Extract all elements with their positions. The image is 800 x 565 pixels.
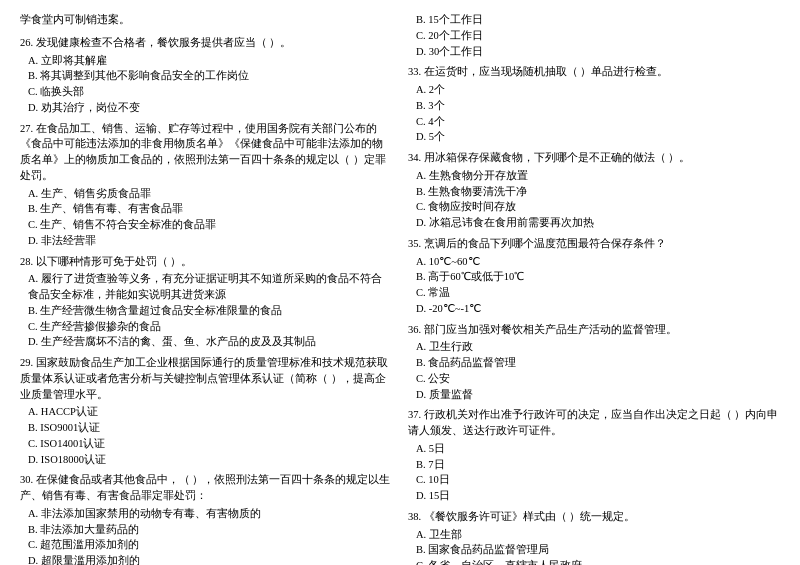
option: B. 3个 bbox=[408, 98, 780, 114]
option: A. 生产、销售劣质食品罪 bbox=[20, 186, 392, 202]
question-block: 38. 《餐饮服务许可证》样式由（ ）统一规定。A. 卫生部B. 国家食品药品监… bbox=[408, 509, 780, 565]
option: A. 10℃~60℃ bbox=[408, 254, 780, 270]
question-block: 27. 在食品加工、销售、运输、贮存等过程中，使用国务院有关部门公布的《食品中可… bbox=[20, 121, 392, 249]
question-text: 36. 部门应当加强对餐饮相关产品生产活动的监督管理。 bbox=[408, 322, 780, 338]
question-block: 33. 在运货时，应当现场随机抽取（ ）单品进行检查。A. 2个B. 3个C. … bbox=[408, 64, 780, 145]
option: A. 立即将其解雇 bbox=[20, 53, 392, 69]
question-text: 34. 用冰箱保存保藏食物，下列哪个是不正确的做法（ ）。 bbox=[408, 150, 780, 166]
option: B. 食品药品监督管理 bbox=[408, 355, 780, 371]
option: C. 生产经营掺假掺杂的食品 bbox=[20, 319, 392, 335]
option: C. 食物应按时间存放 bbox=[408, 199, 780, 215]
question-text: 29. 国家鼓励食品生产加工企业根据国际通行的质量管理标准和技术规范获取质量体系… bbox=[20, 355, 392, 402]
option: D. 冰箱忌讳食在食用前需要再次加热 bbox=[408, 215, 780, 231]
option: B. ISO9001认证 bbox=[20, 420, 392, 436]
question-text: 33. 在运货时，应当现场随机抽取（ ）单品进行检查。 bbox=[408, 64, 780, 80]
option: B. 生产、销售有毒、有害食品罪 bbox=[20, 201, 392, 217]
option: D. 质量监督 bbox=[408, 387, 780, 403]
question-block: 34. 用冰箱保存保藏食物，下列哪个是不正确的做法（ ）。A. 生熟食物分开存放… bbox=[408, 150, 780, 231]
question-block: B. 15个工作日C. 20个工作日D. 30个工作日 bbox=[408, 12, 780, 59]
option: A. 2个 bbox=[408, 82, 780, 98]
question-block: 学食堂内可制销违案。 bbox=[20, 12, 392, 30]
option: A. 履行了进货查验等义务，有充分证据证明其不知道所采购的食品不符合食品安全标准… bbox=[20, 271, 392, 303]
question-text: 38. 《餐饮服务许可证》样式由（ ）统一规定。 bbox=[408, 509, 780, 525]
question-block: 28. 以下哪种情形可免于处罚（ ）。A. 履行了进货查验等义务，有充分证据证明… bbox=[20, 254, 392, 351]
question-block: 37. 行政机关对作出准予行政许可的决定，应当自作出决定之日起（ ）内向申请人颁… bbox=[408, 407, 780, 504]
page-container: 学食堂内可制销违案。26. 发现健康检查不合格者，餐饮服务提供者应当（ ）。A.… bbox=[0, 0, 800, 565]
question-block: 26. 发现健康检查不合格者，餐饮服务提供者应当（ ）。A. 立即将其解雇B. … bbox=[20, 35, 392, 116]
option: C. 常温 bbox=[408, 285, 780, 301]
question-text: 28. 以下哪种情形可免于处罚（ ）。 bbox=[20, 254, 392, 270]
option: C. 10日 bbox=[408, 472, 780, 488]
option: C. 临换头部 bbox=[20, 84, 392, 100]
option: A. 卫生行政 bbox=[408, 339, 780, 355]
option: D. 15日 bbox=[408, 488, 780, 504]
option: C. 生产、销售不符合安全标准的食品罪 bbox=[20, 217, 392, 233]
option: B. 15个工作日 bbox=[408, 12, 780, 28]
option: B. 将其调整到其他不影响食品安全的工作岗位 bbox=[20, 68, 392, 84]
option: D. 超限量滥用添加剂的 bbox=[20, 553, 392, 565]
option: B. 7日 bbox=[408, 457, 780, 473]
option: D. 5个 bbox=[408, 129, 780, 145]
option: C. 超范围滥用添加剂的 bbox=[20, 537, 392, 553]
question-text: 30. 在保健食品或者其他食品中，（ ），依照刑法第一百四十条条的规定以生产、销… bbox=[20, 472, 392, 504]
option: C. ISO14001认证 bbox=[20, 436, 392, 452]
option: A. 非法添加国家禁用的动物专有毒、有害物质的 bbox=[20, 506, 392, 522]
option: B. 非法添加大量药品的 bbox=[20, 522, 392, 538]
option: B. 国家食品药品监督管理局 bbox=[408, 542, 780, 558]
question-block: 30. 在保健食品或者其他食品中，（ ），依照刑法第一百四十条条的规定以生产、销… bbox=[20, 472, 392, 565]
option: C. 各省、自治区、直辖市人民政府 bbox=[408, 558, 780, 565]
option: C. 公安 bbox=[408, 371, 780, 387]
option: C. 4个 bbox=[408, 114, 780, 130]
question-text: 35. 烹调后的食品下列哪个温度范围最符合保存条件？ bbox=[408, 236, 780, 252]
question-text: 37. 行政机关对作出准予行政许可的决定，应当自作出决定之日起（ ）内向申请人颁… bbox=[408, 407, 780, 439]
option: D. -20℃~-1℃ bbox=[408, 301, 780, 317]
question-block: 35. 烹调后的食品下列哪个温度范围最符合保存条件？A. 10℃~60℃B. 高… bbox=[408, 236, 780, 317]
question-text: 27. 在食品加工、销售、运输、贮存等过程中，使用国务院有关部门公布的《食品中可… bbox=[20, 121, 392, 184]
option: D. ISO18000认证 bbox=[20, 452, 392, 468]
option: A. 卫生部 bbox=[408, 527, 780, 543]
option: D. 非法经营罪 bbox=[20, 233, 392, 249]
option: A. 生熟食物分开存放置 bbox=[408, 168, 780, 184]
option: B. 高于60℃或低于10℃ bbox=[408, 269, 780, 285]
option: B. 生产经营微生物含量超过食品安全标准限量的食品 bbox=[20, 303, 392, 319]
option: C. 20个工作日 bbox=[408, 28, 780, 44]
option: D. 30个工作日 bbox=[408, 44, 780, 60]
content-columns: 学食堂内可制销违案。26. 发现健康检查不合格者，餐饮服务提供者应当（ ）。A.… bbox=[20, 12, 780, 565]
option: D. 生产经营腐坏不洁的禽、蛋、鱼、水产品的皮及及其制品 bbox=[20, 334, 392, 350]
option: D. 劝其治疗，岗位不变 bbox=[20, 100, 392, 116]
option: A. 5日 bbox=[408, 441, 780, 457]
left-column: 学食堂内可制销违案。26. 发现健康检查不合格者，餐饮服务提供者应当（ ）。A.… bbox=[20, 12, 392, 565]
option: A. HACCP认证 bbox=[20, 404, 392, 420]
option: B. 生熟食物要清洗干净 bbox=[408, 184, 780, 200]
question-block: 29. 国家鼓励食品生产加工企业根据国际通行的质量管理标准和技术规范获取质量体系… bbox=[20, 355, 392, 467]
right-column: B. 15个工作日C. 20个工作日D. 30个工作日33. 在运货时，应当现场… bbox=[408, 12, 780, 565]
question-block: 36. 部门应当加强对餐饮相关产品生产活动的监督管理。A. 卫生行政B. 食品药… bbox=[408, 322, 780, 403]
question-text: 26. 发现健康检查不合格者，餐饮服务提供者应当（ ）。 bbox=[20, 35, 392, 51]
question-text: 学食堂内可制销违案。 bbox=[20, 12, 392, 28]
